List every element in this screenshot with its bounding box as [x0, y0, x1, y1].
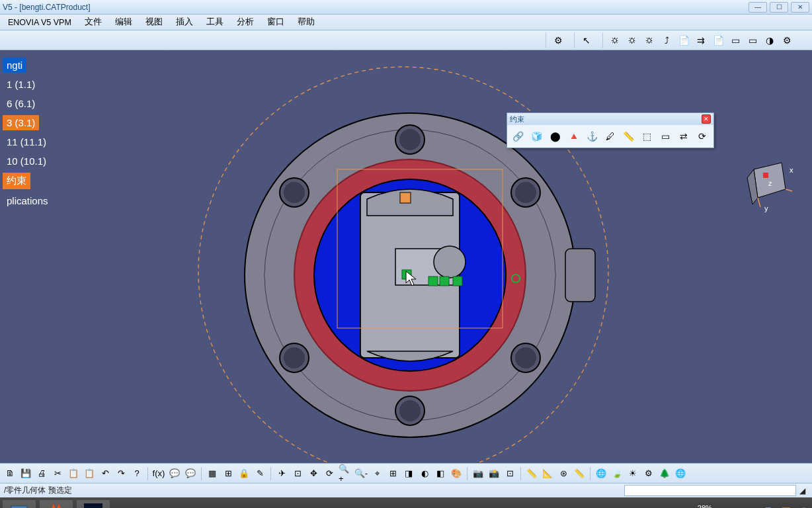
- update-icon[interactable]: ⟳: [694, 128, 711, 145]
- select-icon[interactable]: ⬚: [639, 128, 656, 145]
- meas-icon[interactable]: 📏: [524, 466, 539, 481]
- fx-icon[interactable]: f(x): [151, 466, 166, 481]
- hier-icon[interactable]: ⊞: [221, 466, 235, 481]
- tree-item-constraints[interactable]: 约束: [3, 173, 30, 189]
- undo-icon[interactable]: ↶: [98, 466, 112, 481]
- leaf-icon[interactable]: 🍃: [610, 466, 624, 481]
- gears3-icon[interactable]: ⛭: [641, 32, 657, 48]
- menu-view[interactable]: 视图: [139, 15, 169, 29]
- ruler-icon[interactable]: 📏: [572, 466, 587, 481]
- contact-icon[interactable]: 🧊: [528, 128, 546, 145]
- gear-cursor-icon[interactable]: ⚙: [550, 32, 566, 48]
- compass-icon[interactable]: ◑: [762, 32, 778, 48]
- iso-icon[interactable]: ◨: [401, 466, 416, 481]
- multi-icon[interactable]: ⊞: [386, 466, 400, 481]
- compass-widget[interactable]: x z y: [734, 153, 793, 212]
- chat2-icon[interactable]: 💬: [183, 466, 198, 481]
- menu-help[interactable]: 帮助: [291, 15, 321, 29]
- menu-analysis[interactable]: 分析: [230, 15, 261, 29]
- export-icon[interactable]: ⤴: [659, 32, 674, 48]
- menu-brand[interactable]: ENOVIA V5 VPM: [1, 17, 78, 28]
- command-input[interactable]: [624, 485, 796, 496]
- pan-icon[interactable]: ✥: [306, 466, 321, 481]
- constraints-toolbar[interactable]: 约束 ✕ 🔗 🧊 ⬤ 🔺 ⚓ 🖊 📏 ⬚ ▭ ⇄ ⟳: [507, 112, 714, 148]
- gear4-icon[interactable]: ⚙: [779, 32, 795, 48]
- gears2-icon[interactable]: ⛭: [624, 32, 640, 48]
- fit-icon[interactable]: ⊡: [290, 466, 305, 481]
- tree-item-11[interactable]: 11 (11.1): [3, 134, 50, 149]
- globe-icon[interactable]: 🌐: [594, 466, 608, 481]
- text-block-icon[interactable]: ▭: [727, 32, 743, 48]
- sun-icon[interactable]: ☀: [626, 466, 640, 481]
- maximize-button[interactable]: ☐: [770, 2, 788, 13]
- task-item-app3[interactable]: [77, 500, 110, 508]
- redo-icon[interactable]: ↷: [114, 466, 128, 481]
- flow-icon[interactable]: ⇉: [693, 32, 709, 48]
- lock-icon[interactable]: 🔒: [237, 466, 251, 481]
- fix-icon[interactable]: ⚓: [583, 128, 600, 145]
- cam2-icon[interactable]: 📸: [487, 466, 501, 481]
- rect-select-icon[interactable]: ▭: [657, 128, 674, 145]
- save-icon[interactable]: 💾: [19, 466, 33, 481]
- rot-icon[interactable]: ⟳: [322, 466, 337, 481]
- cam-icon[interactable]: 📷: [471, 466, 485, 481]
- task-item-wps[interactable]: [40, 500, 73, 508]
- doc-icon[interactable]: 📄: [710, 32, 726, 48]
- menu-insert[interactable]: 插入: [169, 15, 200, 29]
- menu-tools[interactable]: 工具: [200, 15, 230, 29]
- fly-icon[interactable]: ✈: [274, 466, 289, 481]
- svg-line-30: [758, 198, 760, 207]
- minimize-button[interactable]: —: [749, 2, 767, 13]
- cursor-icon[interactable]: ↖: [579, 32, 594, 48]
- analyze-icon[interactable]: ⊛: [556, 466, 571, 481]
- wire-icon[interactable]: ⊡: [503, 466, 517, 481]
- doc-gears-icon[interactable]: 📄: [676, 32, 692, 48]
- menu-file[interactable]: 文件: [78, 15, 108, 29]
- close-button[interactable]: ✕: [791, 2, 809, 13]
- tree-item-6[interactable]: 6 (6.1): [3, 96, 39, 111]
- gear2-icon[interactable]: ⚙: [641, 466, 656, 481]
- print-icon[interactable]: 🖨: [34, 466, 49, 481]
- cpu-meter[interactable]: 28% CPU利用率: [686, 504, 723, 509]
- angle-icon[interactable]: 🔺: [565, 128, 582, 145]
- zoomin-icon[interactable]: 🔍+: [338, 466, 352, 481]
- zoomout-icon[interactable]: 🔍-: [354, 466, 368, 481]
- measure-icon[interactable]: 📏: [620, 128, 637, 145]
- globe2-icon[interactable]: 🌐: [673, 466, 688, 481]
- hidden-icon[interactable]: ◧: [433, 466, 448, 481]
- edit-icon[interactable]: 🖊: [602, 128, 619, 145]
- constraints-toolbar-title[interactable]: 约束 ✕: [507, 113, 713, 125]
- cut-icon[interactable]: ✂: [50, 466, 65, 481]
- separator: [147, 467, 148, 480]
- coincidence-icon[interactable]: 🔗: [510, 128, 527, 145]
- copy-icon[interactable]: 📋: [66, 466, 81, 481]
- grid-icon[interactable]: ▦: [205, 466, 220, 481]
- menu-window[interactable]: 窗口: [261, 15, 291, 29]
- gears-icon[interactable]: ⛭: [607, 32, 623, 48]
- separator: [520, 467, 521, 480]
- tree-item-1[interactable]: 1 (1.1): [3, 77, 39, 92]
- tree-item-applications[interactable]: plications: [3, 193, 52, 208]
- caliper-icon[interactable]: 📐: [540, 466, 555, 481]
- menu-edit[interactable]: 编辑: [108, 15, 139, 29]
- svg-rect-28: [763, 173, 768, 178]
- tree-icon[interactable]: 🌲: [657, 466, 672, 481]
- mat-icon[interactable]: 🎨: [449, 466, 464, 481]
- svg-rect-2: [565, 249, 595, 302]
- normal-icon[interactable]: ⌖: [370, 466, 384, 481]
- help-icon[interactable]: ?: [130, 466, 144, 481]
- offset-icon[interactable]: ⬤: [547, 128, 564, 145]
- paste-icon[interactable]: 📋: [82, 466, 97, 481]
- tree-item-3[interactable]: 3 (3.1): [3, 115, 39, 130]
- persp-icon[interactable]: ◐: [417, 466, 432, 481]
- new-icon[interactable]: 🗎: [3, 466, 17, 481]
- text-icon[interactable]: ✎: [253, 466, 267, 481]
- svg-point-20: [434, 246, 466, 278]
- tree-item-10[interactable]: 10 (10.1): [3, 153, 50, 169]
- swap-icon[interactable]: ⇄: [675, 128, 692, 145]
- task-item-app1[interactable]: [3, 500, 36, 508]
- yellow-box-icon[interactable]: ▭: [745, 32, 760, 48]
- tree-root[interactable]: ngti: [3, 58, 26, 73]
- close-icon[interactable]: ✕: [702, 114, 711, 124]
- chat-icon[interactable]: 💬: [167, 466, 182, 481]
